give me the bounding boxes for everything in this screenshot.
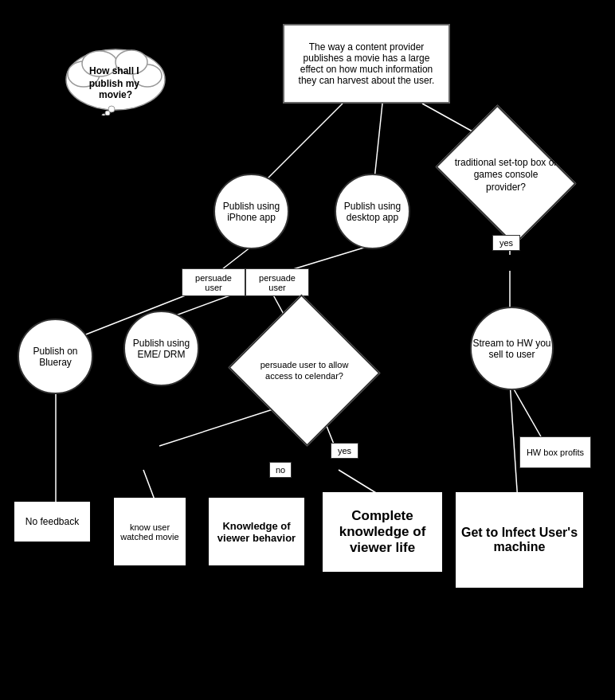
persuade-user-label-2: persuade user: [245, 268, 309, 296]
svg-line-14: [143, 470, 155, 502]
no-label-1: no: [269, 462, 292, 478]
traditional-diamond: traditional set-top box or games console…: [450, 131, 562, 219]
svg-point-23: [105, 111, 110, 115]
stream-hw-circle: Stream to HW you sell to user: [470, 307, 554, 390]
persuade-calendar-diamond: persuade user to allow access to celenda…: [249, 319, 360, 422]
publish-iphone-circle: Publish using iPhone app: [213, 174, 289, 249]
publish-blueray-circle: Publish on Blueray: [18, 319, 93, 394]
complete-knowledge-box: Complete knowledge of viewer life: [323, 492, 442, 572]
svg-line-16: [510, 382, 518, 502]
know-user-box: know user watched movie: [114, 498, 186, 565]
svg-line-2: [374, 104, 382, 179]
publish-eme-drm-circle: Publish using EME/ DRM: [123, 311, 199, 386]
hw-box-profits: HW box profits: [519, 436, 591, 468]
get-infect-box: Get to Infect User's machine: [456, 492, 583, 588]
description-box: The way a content provider publishes a m…: [283, 24, 450, 104]
yes-label-1: yes: [492, 235, 520, 251]
yes-label-2: yes: [331, 443, 358, 459]
publish-desktop-circle: Publish using desktop app: [335, 174, 410, 249]
no-feedback-box: No feedback: [14, 502, 90, 542]
thought-bubble: How shall I publish my movie?: [60, 36, 171, 115]
svg-line-1: [267, 104, 343, 179]
knowledge-viewer-box: Knowledge of viewer behavior: [209, 498, 304, 565]
svg-point-24: [102, 114, 105, 115]
svg-line-5: [510, 382, 542, 438]
persuade-user-label-1: persuade user: [182, 268, 245, 296]
